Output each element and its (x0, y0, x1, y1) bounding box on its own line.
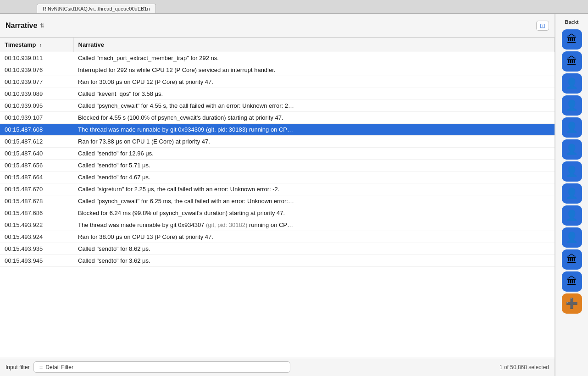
timestamp-cell: 00:10.939.011 (0, 52, 73, 64)
narrative-cell: Ran for 38.00 μs on CPU 13 (P Core) at p… (73, 231, 555, 243)
sidebar-icon-backtrace-3[interactable]: 🏛 (562, 249, 582, 270)
timestamp-column-header[interactable]: Timestamp ↑ (0, 38, 73, 52)
narrative-cell: Called "sendto" for 4.67 μs. (73, 171, 555, 183)
timestamp-cell: 00:15.493.922 (0, 219, 73, 231)
narrative-cell: Called "psynch_cvwait" for 6.25 ms, the … (73, 195, 555, 207)
timestamp-cell: 00:15.493.924 (0, 231, 73, 243)
timestamp-cell: 00:10.939.089 (0, 88, 73, 100)
timestamp-cell: 00:10.939.077 (0, 76, 73, 88)
narrative-table: Timestamp ↑ Narrative 00:10.939.011Calle… (0, 38, 555, 267)
sidebar-icon-backtrace-1[interactable]: 🏛 (562, 29, 582, 50)
narrative-cell: Ran for 30.08 μs on CPU 12 (P Core) at p… (73, 76, 555, 88)
narrative-column-header[interactable]: Narrative (73, 38, 555, 52)
active-tab[interactable]: RINvNtNtCsid1KAQJvi...thread_queue00uEB1… (37, 4, 156, 13)
table-row[interactable]: 00:15.493.922The thread was made runnabl… (0, 219, 555, 231)
table-header: Timestamp ↑ Narrative (0, 38, 555, 52)
sidebar-icon-person-3[interactable]: 👤 (562, 117, 582, 138)
sidebar-icon-person-5[interactable]: 👤 (562, 161, 582, 182)
toolbar-right: ⊡ (536, 21, 549, 31)
sidebar-icon-person-7[interactable]: 👤 (562, 205, 582, 226)
right-sidebar: Backt 🏛🏛👤👤👤👤👤👤👤👤🏛🏛➕ (555, 14, 588, 376)
narrative-cell: Called "psynch_cvwait" for 4.55 s, the c… (73, 100, 555, 112)
timestamp-cell: 00:10.939.095 (0, 100, 73, 112)
timestamp-cell: 00:15.493.945 (0, 255, 73, 267)
timestamp-cell: 00:15.487.678 (0, 195, 73, 207)
table-row[interactable]: 00:15.487.670Called "sigreturn" for 2.25… (0, 183, 555, 195)
detail-filter-button[interactable]: ≡ Detail Filter (33, 361, 290, 373)
sort-arrow-icon: ↑ (39, 43, 42, 48)
narrative-cell: The thread was made runnable by git 0x93… (73, 219, 555, 231)
sidebar-icon-person-4[interactable]: 👤 (562, 139, 582, 160)
selection-count: 1 of 50,868 selected (499, 364, 549, 370)
main-container: Narrative ⇅ ⊡ Timestamp ↑ Narrativ (0, 14, 588, 376)
table-row[interactable]: 00:15.487.612Ran for 73.88 μs on CPU 1 (… (0, 136, 555, 148)
input-filter-label: Input filter (6, 364, 30, 370)
timestamp-cell: 00:15.487.612 (0, 136, 73, 148)
left-panel: Narrative ⇅ ⊡ Timestamp ↑ Narrativ (0, 14, 555, 376)
timestamp-cell: 00:10.939.107 (0, 112, 73, 124)
table-row[interactable]: 00:15.493.935Called "sendto" for 8.62 μs… (0, 243, 555, 255)
sidebar-toggle-button[interactable]: ⊡ (536, 21, 549, 31)
narrative-cell: Blocked for 4.55 s (100.0% of psynch_cvw… (73, 112, 555, 124)
dropdown-arrow-icon[interactable]: ⇅ (40, 22, 44, 29)
timestamp-cell: 00:15.487.656 (0, 160, 73, 171)
timestamp-cell: 00:15.487.608 (0, 124, 73, 136)
table-row[interactable]: 00:10.939.095Called "psynch_cvwait" for … (0, 100, 555, 112)
sidebar-icon-person-1[interactable]: 👤 (562, 73, 582, 94)
sidebar-header-label: Backt (565, 17, 579, 27)
table-row[interactable]: 00:15.493.924Ran for 38.00 μs on CPU 13 … (0, 231, 555, 243)
table-row[interactable]: 00:10.939.076Interrupted for 292 ns whil… (0, 64, 555, 76)
sidebar-icon-person-8[interactable]: 👤 (562, 227, 582, 248)
timestamp-cell: 00:15.493.935 (0, 243, 73, 255)
narrative-cell: Ran for 73.88 μs on CPU 1 (E Core) at pr… (73, 136, 555, 148)
table-row[interactable]: 00:15.487.656Called "sendto" for 5.71 μs… (0, 160, 555, 171)
table-row[interactable]: 00:15.487.686Blocked for 6.24 ms (99.8% … (0, 207, 555, 219)
toolbar-left: Narrative ⇅ (6, 22, 44, 30)
narrative-cell: Called "sigreturn" for 2.25 μs, the call… (73, 183, 555, 195)
narrative-cell: The thread was made runnable by git 0x93… (73, 124, 555, 136)
table-body: 00:10.939.011Called "mach_port_extract_m… (0, 52, 555, 267)
narrative-cell: Interrupted for 292 ns while CPU 12 (P C… (73, 64, 555, 76)
timestamp-cell: 00:15.487.664 (0, 171, 73, 183)
narrative-cell: Called "sendto" for 12.96 μs. (73, 148, 555, 160)
timestamp-cell: 00:15.487.640 (0, 148, 73, 160)
toolbar: Narrative ⇅ ⊡ (0, 14, 555, 38)
narrative-cell: Blocked for 6.24 ms (99.8% of psynch_cvw… (73, 207, 555, 219)
narrative-cell: Called "mach_port_extract_member_trap" f… (73, 52, 555, 64)
table-row[interactable]: 00:15.487.640Called "sendto" for 12.96 μ… (0, 148, 555, 160)
table-row[interactable]: 00:10.939.089Called "kevent_qos" for 3.5… (0, 88, 555, 100)
table-row[interactable]: 00:15.493.945Called "sendto" for 3.62 μs… (0, 255, 555, 267)
sidebar-icon-backtrace-4[interactable]: 🏛 (562, 271, 582, 292)
sidebar-icons: 🏛🏛👤👤👤👤👤👤👤👤🏛🏛➕ (562, 29, 582, 315)
narrative-cell: Called "sendto" for 8.62 μs. (73, 243, 555, 255)
narrative-cell: Called "sendto" for 3.62 μs. (73, 255, 555, 267)
toolbar-title: Narrative (6, 22, 37, 30)
table-row[interactable]: 00:10.939.011Called "mach_port_extract_m… (0, 52, 555, 64)
timestamp-cell: 00:10.939.076 (0, 64, 73, 76)
sidebar-icon-backtrace-2[interactable]: 🏛 (562, 51, 582, 72)
timestamp-cell: 00:15.487.670 (0, 183, 73, 195)
table-row[interactable]: 00:10.939.077Ran for 30.08 μs on CPU 12 … (0, 76, 555, 88)
table-row[interactable]: 00:10.939.107Blocked for 4.55 s (100.0% … (0, 112, 555, 124)
table-container[interactable]: Timestamp ↑ Narrative 00:10.939.011Calle… (0, 38, 555, 358)
bottom-bar: Input filter ≡ Detail Filter 1 of 50,868… (0, 358, 555, 376)
sidebar-icon-person-2[interactable]: 👤 (562, 95, 582, 116)
tab-bar: RINvNtNtCsid1KAQJvi...thread_queue00uEB1… (0, 0, 588, 14)
narrative-cell: Called "sendto" for 5.71 μs. (73, 160, 555, 171)
timestamp-cell: 00:15.487.686 (0, 207, 73, 219)
sidebar-icon-add-button[interactable]: ➕ (562, 293, 582, 314)
table-row[interactable]: 00:15.487.678Called "psynch_cvwait" for … (0, 195, 555, 207)
narrative-cell: Called "kevent_qos" for 3.58 μs. (73, 88, 555, 100)
filter-icon: ≡ (39, 364, 43, 370)
sidebar-toggle-icon: ⊡ (540, 22, 545, 29)
table-row[interactable]: 00:15.487.664Called "sendto" for 4.67 μs… (0, 171, 555, 183)
detail-filter-text: Detail Filter (45, 364, 73, 370)
table-row[interactable]: 00:15.487.608The thread was made runnabl… (0, 124, 555, 136)
sidebar-icon-person-6[interactable]: 👤 (562, 183, 582, 204)
